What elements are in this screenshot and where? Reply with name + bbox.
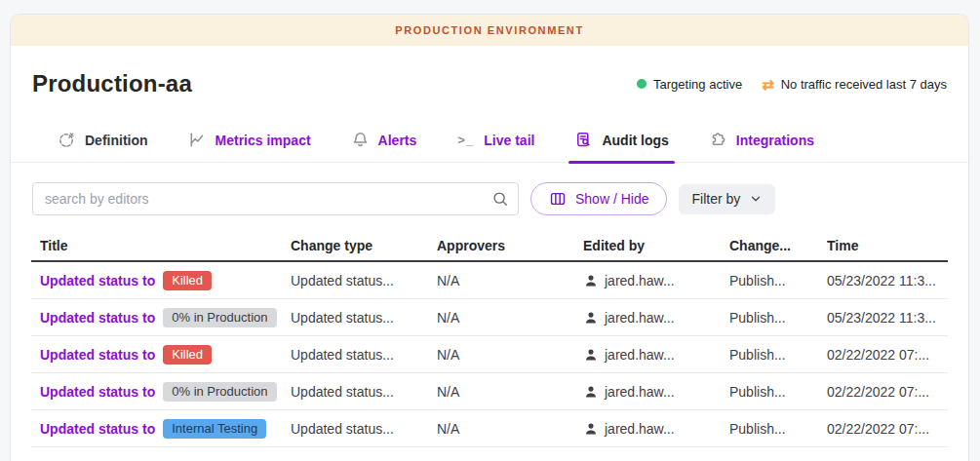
traffic-status-label: No traffic received last 7 days	[781, 77, 947, 92]
row-change: Publish...	[729, 384, 827, 400]
line-chart-icon	[188, 131, 207, 149]
audit-log-table: Title Change type Approvers Edited by Ch…	[31, 230, 948, 447]
search-icon	[491, 190, 509, 211]
tab-live-tail[interactable]: >_ Live tail	[456, 131, 534, 162]
table-row[interactable]: Updated status to Killed Updated status.…	[31, 262, 948, 299]
row-change-type: Updated status...	[291, 310, 437, 326]
row-approvers: N/A	[437, 384, 583, 400]
row-change: Publish...	[729, 421, 827, 437]
tab-bar: Definition Metrics impact Alerts >_ Li	[11, 131, 968, 163]
search-box	[32, 182, 519, 215]
column-header-approvers[interactable]: Approvers	[437, 238, 583, 253]
row-approvers: N/A	[437, 347, 583, 363]
traffic-status: ⇄ No traffic received last 7 days	[762, 77, 947, 92]
tab-label: Metrics impact	[216, 133, 311, 148]
column-header-change-type[interactable]: Change type	[291, 238, 437, 253]
person-icon	[583, 310, 599, 326]
audit-log-icon	[574, 131, 593, 149]
status-badge: 0% in Production	[163, 308, 276, 327]
row-change-type: Updated status...	[291, 347, 437, 363]
status-group: Targeting active ⇄ No traffic received l…	[637, 77, 947, 92]
row-change: Publish...	[729, 310, 827, 326]
column-header-title[interactable]: Title	[40, 238, 291, 253]
tab-label: Audit logs	[602, 133, 668, 148]
table-row[interactable]: Updated status to 0% in Production Updat…	[31, 299, 948, 336]
targeting-status-label: Targeting active	[653, 77, 742, 92]
status-badge: 0% in Production	[163, 382, 276, 402]
row-edited-by: jared.haw...	[583, 310, 729, 326]
row-title-link[interactable]: Updated status to	[40, 384, 155, 400]
show-hide-label: Show / Hide	[575, 191, 648, 207]
person-icon	[583, 384, 599, 400]
search-input[interactable]	[32, 182, 519, 215]
environment-banner-label: PRODUCTION ENVIRONMENT	[395, 24, 583, 36]
person-icon	[583, 273, 599, 288]
tab-audit-logs[interactable]: Audit logs	[574, 131, 668, 162]
column-header-edited-by[interactable]: Edited by	[583, 238, 729, 253]
page-header: Production-aa Targeting active ⇄ No traf…	[11, 70, 968, 97]
green-dot-icon	[637, 79, 647, 89]
row-title-link[interactable]: Updated status to	[40, 421, 155, 437]
tab-label: Alerts	[378, 133, 417, 148]
puzzle-icon	[709, 131, 727, 149]
filter-by-button[interactable]: Filter by	[679, 184, 775, 214]
gauge-pen-icon	[58, 131, 76, 149]
traffic-arrows-icon: ⇄	[762, 77, 774, 92]
table-header-row: Title Change type Approvers Edited by Ch…	[31, 230, 948, 262]
page-title: Production-aa	[32, 70, 192, 97]
row-title-link[interactable]: Updated status to	[40, 347, 155, 363]
targeting-status: Targeting active	[637, 77, 742, 92]
tab-label: Definition	[85, 133, 148, 148]
filter-by-label: Filter by	[691, 191, 740, 207]
status-badge: Killed	[163, 271, 212, 290]
row-edited-by: jared.haw...	[583, 347, 729, 363]
column-header-change[interactable]: Change...	[729, 238, 827, 253]
bell-icon	[351, 131, 370, 149]
tab-label: Live tail	[484, 133, 534, 148]
table-row[interactable]: Updated status to Internal Testing Updat…	[31, 410, 948, 447]
tab-integrations[interactable]: Integrations	[709, 131, 814, 162]
row-time: 02/22/2022 07:...	[827, 384, 948, 400]
status-badge: Internal Testing	[163, 419, 266, 439]
row-change: Publish...	[729, 347, 827, 363]
tab-label: Integrations	[736, 133, 814, 148]
table-row[interactable]: Updated status to 0% in Production Updat…	[31, 373, 948, 410]
status-badge: Killed	[163, 345, 212, 365]
tab-alerts[interactable]: Alerts	[351, 131, 417, 162]
row-title-link[interactable]: Updated status to	[40, 273, 155, 288]
row-time: 02/22/2022 07:...	[827, 347, 948, 363]
column-header-time[interactable]: Time	[827, 238, 948, 253]
row-edited-by: jared.haw...	[583, 421, 729, 437]
row-title-link[interactable]: Updated status to	[40, 310, 155, 326]
row-change-type: Updated status...	[291, 421, 437, 437]
row-edited-by: jared.haw...	[583, 273, 729, 288]
person-icon	[583, 421, 599, 437]
row-approvers: N/A	[437, 310, 583, 326]
row-approvers: N/A	[437, 273, 583, 288]
tab-metrics-impact[interactable]: Metrics impact	[188, 131, 311, 162]
row-change-type: Updated status...	[291, 273, 437, 288]
chevron-down-icon	[749, 192, 763, 206]
row-change-type: Updated status...	[291, 384, 437, 400]
row-change: Publish...	[729, 273, 827, 288]
row-time: 02/22/2022 07:...	[827, 421, 948, 437]
toolbar: Show / Hide Filter by	[11, 182, 968, 215]
columns-icon	[549, 190, 567, 208]
table-row[interactable]: Updated status to Killed Updated status.…	[31, 336, 948, 373]
row-edited-by: jared.haw...	[583, 384, 729, 400]
environment-banner: PRODUCTION ENVIRONMENT	[11, 15, 968, 46]
row-time: 05/23/2022 11:3...	[827, 273, 948, 288]
row-approvers: N/A	[437, 421, 583, 437]
row-time: 05/23/2022 11:3...	[827, 310, 948, 326]
person-icon	[583, 347, 599, 363]
show-hide-button[interactable]: Show / Hide	[530, 182, 667, 215]
environment-card: PRODUCTION ENVIRONMENT Production-aa Tar…	[10, 14, 969, 461]
terminal-icon: >_	[456, 131, 475, 149]
tab-definition[interactable]: Definition	[58, 131, 148, 162]
